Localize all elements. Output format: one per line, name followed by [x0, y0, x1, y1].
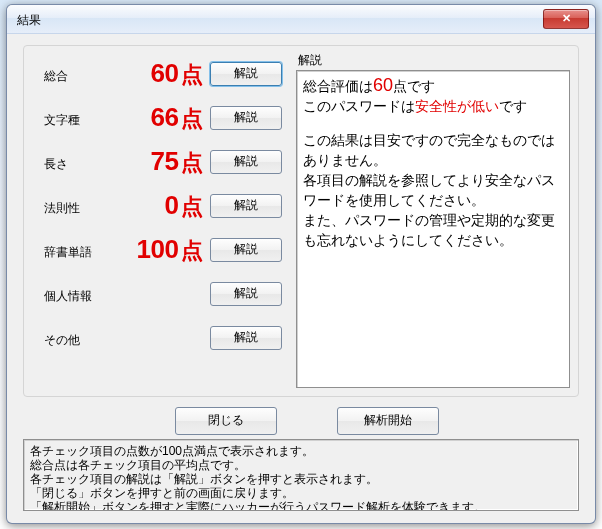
score-unit: 点: [181, 194, 203, 219]
explain-block2-line3: また、パスワードの管理や定期的な変更も忘れないようにしてください。: [303, 210, 563, 250]
score-row: 法則性0点解説: [32, 190, 286, 234]
footer-line2: 総合点は各チェック項目の平均点です。: [30, 458, 572, 472]
footer-line3: 各チェック項目の解説は「解説」ボタンを押すと表示されます。: [30, 472, 572, 486]
score-value: [102, 322, 202, 353]
score-row: 文字種66点解説: [32, 102, 286, 146]
client-area: 総合60点解説文字種66点解説長さ75点解説法則性0点解説辞書単語100点解説個…: [15, 41, 587, 515]
close-icon[interactable]: ✕: [543, 9, 589, 29]
explain-line1-score: 60: [373, 75, 393, 95]
score-label: その他: [44, 332, 100, 349]
explain-button[interactable]: 解説: [210, 150, 282, 174]
score-label: 個人情報: [44, 288, 100, 305]
score-label: 法則性: [44, 200, 100, 217]
explain-line2-prefix: このパスワードは: [303, 98, 415, 114]
score-value: 66点: [102, 102, 202, 134]
score-row: 辞書単語100点解説: [32, 234, 286, 278]
footer-line5: 「解析開始」ボタンを押すと実際にハッカーが行うパスワード解析を体験できます。: [30, 500, 572, 511]
score-value: 75点: [102, 146, 202, 178]
score-value: 0点: [102, 190, 202, 222]
score-number: [200, 278, 202, 308]
titlebar: 結果 ✕: [7, 5, 595, 34]
explain-line2-warning: 安全性が低い: [415, 98, 499, 114]
score-row: 個人情報解説: [32, 278, 286, 322]
score-number: 60: [151, 58, 181, 88]
footer-line4: 「閉じる」ボタンを押すと前の画面に戻ります。: [30, 486, 572, 500]
score-unit: 点: [181, 62, 203, 87]
explain-button[interactable]: 解説: [210, 194, 282, 218]
score-row: その他解説: [32, 322, 286, 366]
score-value: [102, 278, 202, 309]
footer-line1: 各チェック項目の点数が100点満点で表示されます。: [30, 444, 572, 458]
explain-button[interactable]: 解説: [210, 326, 282, 350]
score-number: 100: [137, 234, 181, 264]
score-label: 総合: [44, 68, 100, 85]
explain-textarea[interactable]: 総合評価は60点です このパスワードは安全性が低いです この結果は目安ですので完…: [296, 70, 570, 388]
score-row: 総合60点解説: [32, 58, 286, 102]
score-number: 75: [151, 146, 181, 176]
main-group: 総合60点解説文字種66点解説長さ75点解説法則性0点解説辞書単語100点解説個…: [23, 45, 579, 397]
score-label: 長さ: [44, 156, 100, 173]
score-number: 66: [151, 102, 181, 132]
explain-header-label: 解説: [298, 52, 322, 69]
score-label: 文字種: [44, 112, 100, 129]
explain-button[interactable]: 解説: [210, 282, 282, 306]
scores-column: 総合60点解説文字種66点解説長さ75点解説法則性0点解説辞書単語100点解説個…: [32, 58, 286, 366]
explain-line2-suffix: です: [499, 98, 527, 114]
explain-panel: 解説 総合評価は60点です このパスワードは安全性が低いです この結果は目安です…: [296, 52, 570, 388]
explain-button[interactable]: 解説: [210, 238, 282, 262]
score-number: 0: [165, 190, 181, 220]
score-unit: 点: [181, 150, 203, 175]
explain-block2-line2: 各項目の解説を参照してより安全なパスワードを使用してください。: [303, 170, 563, 210]
window-title: 結果: [17, 12, 41, 29]
explain-button[interactable]: 解説: [210, 62, 282, 86]
explain-button[interactable]: 解説: [210, 106, 282, 130]
score-number: [200, 322, 202, 352]
score-row: 長さ75点解説: [32, 146, 286, 190]
explain-line1-prefix: 総合評価は: [303, 78, 373, 94]
window: 結果 ✕ 総合60点解説文字種66点解説長さ75点解説法則性0点解説辞書単語10…: [6, 4, 596, 524]
score-label: 辞書単語: [44, 244, 100, 261]
score-value: 60点: [102, 58, 202, 90]
explain-line1-suffix: 点です: [393, 78, 435, 94]
score-unit: 点: [181, 238, 203, 263]
score-value: 100点: [102, 234, 202, 266]
start-analysis-button[interactable]: 解析開始: [337, 407, 439, 435]
explain-block2-line1: この結果は目安ですので完全なものではありません。: [303, 130, 563, 170]
footer-info-box[interactable]: 各チェック項目の点数が100点満点で表示されます。 総合点は各チェック項目の平均…: [23, 439, 579, 511]
close-button[interactable]: 閉じる: [175, 407, 277, 435]
bottom-buttons-row: 閉じる 解析開始: [23, 403, 579, 437]
score-unit: 点: [181, 106, 203, 131]
